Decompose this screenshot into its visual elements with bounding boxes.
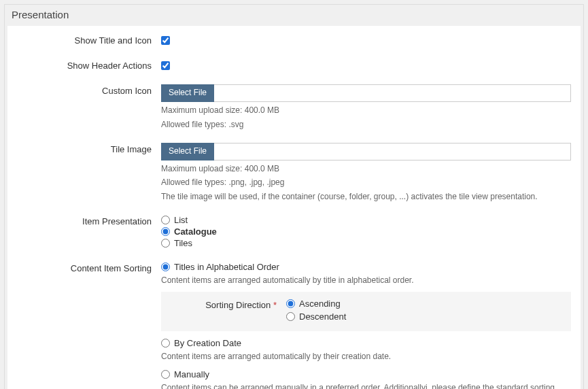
required-marker: *: [273, 300, 277, 310]
radio-alpha-input[interactable]: [161, 263, 170, 271]
label-item-presentation: Item Presentation: [17, 215, 161, 226]
label-custom-icon: Custom Icon: [17, 84, 161, 96]
tile-image-hint-desc: The tile image will be used, if the cont…: [161, 191, 571, 203]
custom-icon-select-button[interactable]: Select File: [161, 84, 214, 102]
custom-icon-file-field[interactable]: [214, 84, 571, 102]
label-show-title-icon: Show Title and Icon: [17, 34, 161, 46]
radio-catalogue-label: Catalogue: [174, 226, 217, 237]
radio-tiles[interactable]: Tiles: [161, 238, 571, 248]
row-item-presentation: Item Presentation List Catalogue Tiles: [17, 215, 571, 250]
radio-manually[interactable]: Manually: [161, 369, 571, 379]
creation-hint: Content items are arranged automatically…: [161, 351, 571, 362]
presentation-panel: Presentation Show Title and Icon Show He…: [4, 4, 584, 389]
checkbox-show-header-actions[interactable]: [161, 61, 170, 70]
radio-ascending-input[interactable]: [286, 299, 295, 308]
manually-hint: Content items can be arranged manually i…: [161, 382, 571, 389]
radio-list-input[interactable]: [161, 216, 170, 224]
label-content-sorting: Content Item Sorting: [17, 262, 161, 273]
custom-icon-hint-size: Maximum upload size: 400.0 MB: [161, 105, 571, 116]
radio-creation-label: By Creation Date: [174, 338, 241, 348]
custom-icon-hint-types: Allowed file types: .svg: [161, 119, 571, 131]
label-sorting-direction: Sorting Direction *: [171, 299, 286, 310]
radio-tiles-label: Tiles: [174, 238, 192, 248]
radio-tiles-input[interactable]: [161, 239, 170, 248]
label-show-header-actions: Show Header Actions: [17, 59, 161, 71]
row-content-sorting: Content Item Sorting Titles in Alphabeti…: [17, 262, 571, 389]
radio-descendent[interactable]: Descendent: [286, 311, 346, 322]
row-show-header-actions: Show Header Actions: [17, 59, 571, 72]
tile-image-file-field[interactable]: [214, 143, 571, 160]
radio-list-label: List: [174, 215, 188, 225]
radio-alpha[interactable]: Titles in Alphabetical Order: [161, 262, 571, 272]
radio-creation-input[interactable]: [161, 339, 170, 348]
checkbox-show-title-icon[interactable]: [161, 36, 170, 45]
label-tile-image: Tile Image: [17, 143, 161, 154]
alpha-hint: Content items are arranged automatically…: [161, 275, 571, 286]
radio-manually-input[interactable]: [161, 370, 170, 379]
row-tile-image: Tile Image Select File Maximum upload si…: [17, 143, 571, 203]
radio-descendent-label: Descendent: [299, 311, 346, 322]
sorting-direction-subpanel: Sorting Direction * Ascending Descendent: [161, 292, 571, 331]
row-show-title-icon: Show Title and Icon: [17, 34, 571, 47]
panel-body: Show Title and Icon Show Header Actions …: [7, 26, 581, 389]
radio-alpha-label: Titles in Alphabetical Order: [174, 262, 279, 272]
radio-list[interactable]: List: [161, 215, 571, 225]
radio-manually-label: Manually: [174, 369, 209, 379]
tile-image-select-button[interactable]: Select File: [161, 143, 214, 160]
radio-creation[interactable]: By Creation Date: [161, 338, 571, 348]
panel-title: Presentation: [5, 5, 583, 26]
radio-descendent-input[interactable]: [286, 312, 295, 321]
radio-catalogue[interactable]: Catalogue: [161, 226, 571, 237]
tile-image-hint-size: Maximum upload size: 400.0 MB: [161, 163, 571, 175]
radio-ascending-label: Ascending: [299, 299, 341, 309]
row-custom-icon: Custom Icon Select File Maximum upload s…: [17, 84, 571, 131]
radio-ascending[interactable]: Ascending: [286, 299, 346, 309]
sorting-direction-text: Sorting Direction: [205, 300, 271, 310]
radio-catalogue-input[interactable]: [161, 227, 170, 236]
tile-image-hint-types: Allowed file types: .png, .jpg, .jpeg: [161, 177, 571, 188]
